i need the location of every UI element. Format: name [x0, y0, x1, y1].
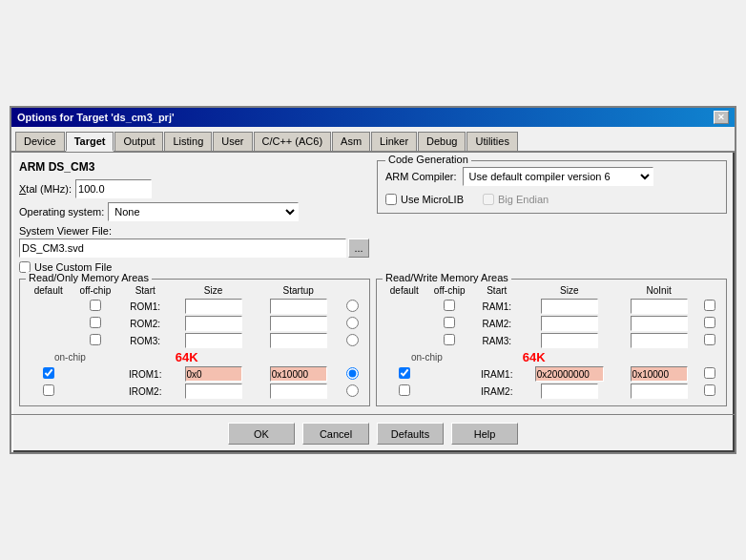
ram1-offchip-cb[interactable]: [444, 300, 455, 311]
table-row: ROM1:: [26, 298, 363, 315]
browse-button[interactable]: ...: [348, 239, 369, 258]
table-row: IROM1:: [26, 365, 363, 383]
iram1-noinit[interactable]: [704, 367, 715, 379]
compiler-select[interactable]: Use default compiler version 6: [463, 167, 653, 186]
rom1-label: ROM1:: [130, 301, 160, 312]
code-gen-panel: Code Generation ARM Compiler: Use defaul…: [377, 160, 727, 273]
ram1-label: RAM1:: [482, 301, 511, 312]
tab-debug[interactable]: Debug: [418, 132, 466, 152]
tab-cpp[interactable]: C/C++ (AC6): [254, 132, 332, 152]
ram3-start[interactable]: [541, 333, 598, 348]
xtal-label: Xtal (MHz):: [19, 183, 72, 195]
os-select[interactable]: None: [108, 202, 299, 221]
compiler-row: ARM Compiler: Use default compiler versi…: [385, 167, 718, 186]
irom1-size[interactable]: [270, 366, 327, 382]
cancel-button[interactable]: Cancel: [302, 423, 369, 445]
size-64k-rw: 64K: [523, 350, 546, 364]
main-content: ARM DS_CM3 Xtal (MHz): Operating system:…: [11, 153, 735, 414]
ram3-noinit[interactable]: [704, 334, 715, 345]
rom3-label: ROM3:: [130, 336, 160, 346]
ram3-size[interactable]: [631, 333, 688, 348]
col-size-ro: Size: [171, 285, 256, 298]
xtal-x: X: [19, 183, 26, 195]
rom3-startup[interactable]: [346, 334, 359, 346]
help-button[interactable]: Help: [451, 423, 518, 445]
tab-asm[interactable]: Asm: [332, 132, 370, 152]
iram2-noinit[interactable]: [704, 384, 715, 396]
svd-label: System Viewer File:: [19, 225, 112, 237]
rom1-offchip-cb[interactable]: [90, 300, 101, 311]
tab-device[interactable]: Device: [15, 132, 65, 152]
microlb-row: Use MicroLIB: [385, 194, 464, 205]
tab-target[interactable]: Target: [66, 132, 114, 152]
microlb-label: Use MicroLIB: [401, 194, 464, 205]
rom2-size[interactable]: [270, 316, 327, 331]
iram1-start[interactable]: [535, 366, 604, 382]
rom3-size[interactable]: [270, 333, 327, 348]
col-default-rw: default: [383, 285, 426, 298]
on-chip-label-ro: on-chip: [54, 352, 86, 363]
table-row: IRAM2:: [383, 383, 720, 400]
ok-button[interactable]: OK: [228, 423, 295, 445]
ram2-offchip-cb[interactable]: [444, 317, 455, 328]
table-row-onchip-label-rw: on-chip 64K: [383, 349, 720, 365]
table-row: IROM2:: [26, 383, 363, 400]
title-controls: ✕: [714, 111, 729, 124]
xtal-row: Xtal (MHz):: [19, 179, 369, 198]
irom1-label: IROM1:: [129, 369, 161, 380]
size-64k-ro: 64K: [176, 350, 198, 364]
tab-output[interactable]: Output: [114, 132, 163, 152]
ram1-noinit[interactable]: [704, 300, 715, 311]
os-label: Operating system:: [19, 206, 104, 218]
ram1-size[interactable]: [631, 299, 688, 314]
col-size-rw: Size: [521, 285, 618, 298]
col-offchip-ro: off-chip: [71, 285, 119, 298]
rom1-size[interactable]: [270, 299, 327, 314]
readonly-memory-table: default off-chip Start Size Startup ROM1…: [26, 285, 363, 400]
irom1-start[interactable]: [185, 366, 242, 382]
device-name: ARM DS_CM3: [19, 160, 369, 174]
irom2-start[interactable]: [185, 384, 242, 399]
tab-listing[interactable]: Listing: [164, 132, 212, 152]
ram2-start[interactable]: [541, 316, 598, 331]
tab-bar: Device Target Output Listing User C/C++ …: [11, 127, 735, 153]
irom2-label: IROM2:: [129, 386, 161, 397]
ram1-start[interactable]: [541, 299, 598, 314]
readwrite-memory-box: Read/Write Memory Areas default off-chip…: [376, 279, 727, 406]
iram2-default-cb[interactable]: [399, 384, 410, 396]
iram2-size[interactable]: [631, 384, 688, 399]
rom3-offchip-cb[interactable]: [90, 334, 101, 345]
tab-linker[interactable]: Linker: [371, 132, 417, 152]
big-endian-label: Big Endian: [498, 194, 549, 205]
xtal-input[interactable]: [75, 179, 152, 198]
rom2-startup[interactable]: [346, 317, 359, 329]
rom1-start[interactable]: [185, 299, 242, 314]
rom1-startup[interactable]: [346, 300, 359, 312]
close-button[interactable]: ✕: [714, 111, 729, 124]
iram1-default-cb[interactable]: [399, 367, 410, 379]
ram3-offchip-cb[interactable]: [444, 334, 455, 345]
microlb-checkbox[interactable]: [385, 194, 397, 205]
irom2-default-cb[interactable]: [43, 384, 54, 396]
tab-user[interactable]: User: [213, 132, 252, 152]
left-panel: ARM DS_CM3 Xtal (MHz): Operating system:…: [19, 160, 369, 273]
iram1-size[interactable]: [631, 366, 688, 382]
defaults-button[interactable]: Defaults: [377, 423, 444, 445]
rom2-offchip-cb[interactable]: [90, 317, 101, 328]
irom1-default-cb[interactable]: [43, 367, 54, 379]
irom2-size[interactable]: [270, 384, 327, 399]
rom3-start[interactable]: [185, 333, 242, 348]
rom2-start[interactable]: [185, 316, 242, 331]
ram2-noinit[interactable]: [704, 317, 715, 328]
ram2-size[interactable]: [631, 316, 688, 331]
readwrite-memory-title: Read/Write Memory Areas: [383, 272, 511, 283]
readonly-memory-title: Read/Only Memory Areas: [26, 272, 152, 283]
svd-row: ...: [19, 239, 369, 258]
irom1-startup[interactable]: [346, 367, 359, 380]
os-row: Operating system: None: [19, 202, 369, 221]
big-endian-checkbox[interactable]: [483, 194, 494, 205]
svd-input[interactable]: [19, 239, 346, 258]
irom2-startup[interactable]: [346, 384, 359, 397]
tab-utilities[interactable]: Utilities: [466, 132, 517, 152]
iram2-start[interactable]: [541, 384, 598, 399]
